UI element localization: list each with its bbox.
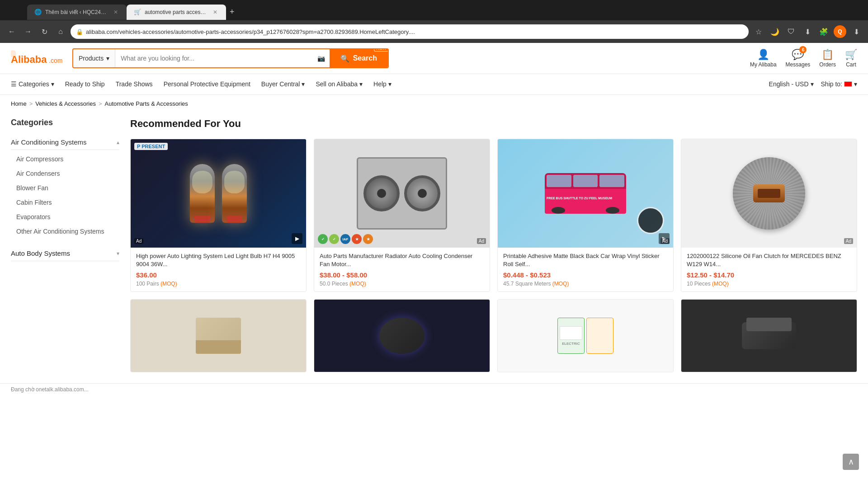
category-header-auto-body[interactable]: Auto Body Systems ▾ <box>11 246 119 261</box>
logo[interactable]: Alibaba .com <box>11 50 65 66</box>
extension-button[interactable]: 🧩 <box>817 25 830 38</box>
cart-button[interactable]: 🛒 Cart <box>845 49 857 68</box>
product-card-1[interactable]: P PRESENT <box>130 139 307 292</box>
orders-label: Orders <box>819 61 836 68</box>
nav-ppe[interactable]: Personal Protective Equipment <box>164 74 250 94</box>
alibaba-page: Alibaba .com Products ▾ 📷 NEW 🔍 Search 👤… <box>0 43 868 488</box>
search-icon: 🔍 <box>340 54 349 63</box>
nav-sell[interactable]: Sell on Alibaba ▾ <box>316 74 363 94</box>
camera-icon[interactable]: 📷 <box>313 55 330 62</box>
browser-tab-1[interactable]: 🌐 Thêm bài viết ‹ HQC247 | Cu... ✕ <box>27 5 127 20</box>
new-tab-button[interactable]: + <box>226 5 238 19</box>
browser-tabs: 🌐 Thêm bài viết ‹ HQC247 | Cu... ✕ 🛒 aut… <box>0 0 868 20</box>
messages-button[interactable]: 💬 6 Messages <box>786 49 811 68</box>
cert3: IAF <box>340 234 350 244</box>
breadcrumb-vehicles[interactable]: Vehicles & Accessories <box>35 100 96 107</box>
sidebar-item-blower-fan[interactable]: Blower Fan <box>11 181 119 195</box>
dark-mode-button[interactable]: 🌙 <box>769 25 781 38</box>
my-alibaba-icon: 👤 <box>757 49 769 61</box>
svg-text:Alibaba: Alibaba <box>11 54 47 65</box>
product-card-2[interactable]: ✓ ✓ IAF ★ ★ Ad Auto Parts Manufacturer R… <box>314 139 490 292</box>
product1-ad-badge: Ad <box>134 238 143 244</box>
product-moq-unit-4: (MOQ) <box>712 281 729 287</box>
nav-categories-label: Categories <box>19 80 49 88</box>
home-icon: ⌂ <box>58 28 63 36</box>
product-img-1: P PRESENT <box>131 139 306 248</box>
download-button-2[interactable]: ⬇ <box>850 25 863 38</box>
header-actions: 👤 My Alibaba 💬 6 Messages 📋 Orders 🛒 Car… <box>750 49 857 68</box>
status-bar: Đang chờ onetalk.alibaba.com... <box>0 383 868 395</box>
sidebar-title: Categories <box>11 118 119 127</box>
product-card-6[interactable] <box>314 299 490 372</box>
refresh-button[interactable]: ↻ <box>38 25 51 38</box>
product-img-8 <box>681 300 857 372</box>
product-info-3: Printable Adhesive Matte Black Back Car … <box>498 248 673 291</box>
product-price-2: $38.00 - $58.00 <box>320 271 484 279</box>
breadcrumb-automotive[interactable]: Automotive Parts & Accessories <box>105 100 188 107</box>
tab2-title: automotive parts accessories <box>145 9 208 15</box>
product-card-8[interactable] <box>681 299 857 372</box>
search-category-chevron: ▾ <box>106 55 109 62</box>
search-bar: Products ▾ 📷 NEW 🔍 Search <box>72 48 389 68</box>
category-section-auto-body: Auto Body Systems ▾ <box>11 246 119 261</box>
bookmark-button[interactable]: ☆ <box>752 25 765 38</box>
search-button[interactable]: NEW 🔍 Search <box>330 49 388 67</box>
alibaba-logo-svg: Alibaba .com <box>11 50 65 66</box>
nav-buyer-central[interactable]: Buyer Central ▾ <box>261 74 305 94</box>
language-label: English - USD <box>769 80 809 88</box>
site-header: Alibaba .com Products ▾ 📷 NEW 🔍 Search 👤… <box>0 43 868 74</box>
product1-play-btn[interactable]: ▶ <box>292 233 302 244</box>
sidebar-item-air-compressors[interactable]: Air Compressors <box>11 152 119 166</box>
sidebar-item-cabin-filters[interactable]: Cabin Filters <box>11 195 119 210</box>
nav-sell-label: Sell on Alibaba <box>316 80 358 88</box>
product-moq-unit-2: (MOQ) <box>349 281 366 287</box>
language-chevron: ▾ <box>811 80 814 88</box>
home-button[interactable]: ⌂ <box>54 25 67 38</box>
category-header-air-conditioning[interactable]: Air Conditioning Systems ▴ <box>11 135 119 150</box>
nav-help[interactable]: Help ▾ <box>373 74 392 94</box>
categories-menu-icon: ☰ <box>11 80 17 88</box>
product-title-2: Auto Parts Manufacturer Radiator Auto Co… <box>320 252 484 268</box>
tab1-title: Thêm bài viết ‹ HQC247 | Cu... <box>45 9 109 15</box>
product-section: Recommended For You P PRESENT <box>130 113 857 372</box>
product-card-3[interactable]: FREE BUS SHUTTLE TO ZU FEEL MUSEUM ▶ Ad … <box>497 139 674 292</box>
tab1-close[interactable]: ✕ <box>113 8 119 16</box>
breadcrumb-home[interactable]: Home <box>11 100 27 107</box>
back-icon: ← <box>8 28 15 36</box>
cert5: ★ <box>363 234 373 244</box>
search-input[interactable] <box>115 49 312 67</box>
nav-ready-to-ship[interactable]: Ready to Ship <box>65 74 105 94</box>
shield-button[interactable]: 🛡 <box>785 25 797 38</box>
orders-button[interactable]: 📋 Orders <box>819 49 836 68</box>
scroll-to-top-button[interactable]: ∧ <box>843 454 859 470</box>
tab2-close[interactable]: ✕ <box>212 8 219 16</box>
forward-button[interactable]: → <box>22 25 34 38</box>
tab2-favicon: 🛒 <box>134 9 141 16</box>
messages-badge: 6 <box>799 46 807 53</box>
ship-to-selector[interactable]: Ship to: ▾ <box>821 80 857 89</box>
my-alibaba-label: My Alibaba <box>750 61 777 68</box>
messages-icon: 💬 6 <box>792 49 804 61</box>
browser-tab-2[interactable]: 🛒 automotive parts accessories ✕ <box>127 5 226 20</box>
product-card-4[interactable]: Ad 1202000122 Silicone Oil Fan Clutch fo… <box>681 139 857 292</box>
product-img-7: ELECTRIC <box>498 300 673 372</box>
product-card-5[interactable] <box>130 299 307 372</box>
language-selector[interactable]: English - USD ▾ <box>769 80 814 89</box>
product-price-4: $12.50 - $14.70 <box>687 271 851 279</box>
product-price-1: $36.00 <box>136 271 301 279</box>
address-bar[interactable]: 🔒 alibaba.com/vehicles-accessories/autom… <box>71 24 749 39</box>
sidebar-item-evaporators[interactable]: Evaporators <box>11 210 119 224</box>
product-moq-4: 10 Pieces (MOQ) <box>687 281 851 287</box>
my-alibaba-button[interactable]: 👤 My Alibaba <box>750 49 777 68</box>
product-title-3: Printable Adhesive Matte Black Back Car … <box>503 252 668 268</box>
nav-categories[interactable]: ☰ Categories ▾ <box>11 74 54 94</box>
sidebar-item-other-ac[interactable]: Other Air Conditioning Systems <box>11 224 119 239</box>
back-button[interactable]: ← <box>5 25 18 38</box>
breadcrumb-sep1: > <box>29 100 33 107</box>
search-category-dropdown[interactable]: Products ▾ <box>73 49 115 67</box>
sidebar-item-air-condensers[interactable]: Air Condensers <box>11 166 119 181</box>
download-button[interactable]: ⬇ <box>801 25 814 38</box>
nav-trade-shows[interactable]: Trade Shows <box>116 74 153 94</box>
product-card-7[interactable]: ELECTRIC <box>497 299 674 372</box>
profile-button[interactable]: Q <box>834 25 846 38</box>
